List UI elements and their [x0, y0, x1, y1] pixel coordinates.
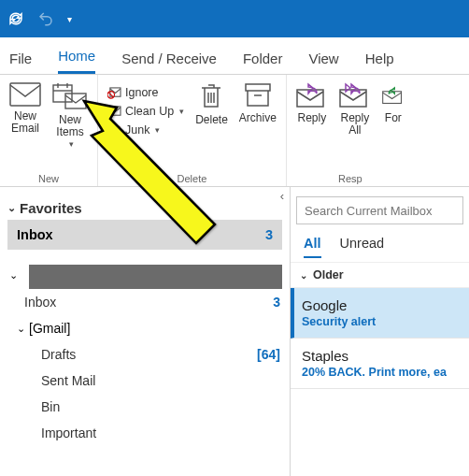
- ribbon-group-delete: Ignore Clean Up▾ Junk▾ Delete Archive: [98, 75, 287, 186]
- search-box[interactable]: [296, 196, 463, 224]
- ribbon-group-label: Delete: [104, 171, 280, 184]
- chevron-down-icon: ⌄: [300, 270, 307, 281]
- clean-up-button[interactable]: Clean Up▾: [104, 103, 188, 120]
- new-items-button[interactable]: New Items▾: [49, 80, 92, 151]
- ribbon-group-new: New Email New Items▾ New: [0, 75, 98, 186]
- mail-from: Google: [302, 297, 458, 313]
- chevron-down-icon: ⌄: [17, 323, 25, 335]
- svg-rect-17: [246, 84, 270, 91]
- trash-icon: [198, 82, 224, 110]
- archive-icon: [244, 82, 272, 108]
- reply-all-button[interactable]: Reply All: [335, 80, 375, 138]
- reply-button[interactable]: Reply: [292, 80, 332, 126]
- sync-icon[interactable]: [7, 10, 24, 27]
- ribbon-tabs: File Home Send / Receive Folder View Hel…: [0, 37, 469, 75]
- tree-inbox[interactable]: Inbox 3: [0, 289, 290, 315]
- tree-bin[interactable]: Bin: [0, 394, 290, 420]
- ribbon-group-respond: Reply Reply All For Resp: [287, 75, 414, 186]
- svg-rect-21: [383, 92, 402, 104]
- junk-icon: [107, 124, 121, 137]
- reply-icon: [296, 82, 328, 108]
- ribbon-group-label: Resp: [292, 171, 408, 184]
- qat-dropdown-icon[interactable]: ▾: [67, 14, 72, 24]
- tab-help[interactable]: Help: [365, 43, 394, 74]
- mail-item[interactable]: Staples 20% BACK. Print more, ea: [291, 339, 469, 389]
- calendar-envelope-icon: [52, 82, 88, 110]
- group-older[interactable]: ⌄ Older: [291, 262, 469, 288]
- favorites-inbox[interactable]: Inbox 3: [7, 220, 282, 250]
- ribbon-group-label: New: [6, 171, 92, 184]
- svg-rect-5: [65, 94, 86, 108]
- forward-icon: [382, 82, 405, 108]
- envelope-icon: [9, 82, 41, 107]
- collapse-nav-icon[interactable]: ‹: [280, 189, 284, 203]
- filter-all[interactable]: All: [304, 236, 321, 258]
- message-list: All Unread ⌄ Older Google Security alert…: [290, 187, 469, 476]
- tab-file[interactable]: File: [9, 43, 32, 74]
- account-header[interactable]: [29, 265, 282, 289]
- chevron-down-icon: ⌄: [7, 202, 16, 214]
- reply-all-icon: [339, 82, 371, 108]
- filter-unread[interactable]: Unread: [340, 236, 385, 258]
- tab-folder[interactable]: Folder: [243, 43, 283, 74]
- tab-view[interactable]: View: [308, 43, 338, 74]
- tab-home[interactable]: Home: [58, 40, 95, 74]
- delete-button[interactable]: Delete: [192, 80, 232, 128]
- archive-button[interactable]: Archive: [235, 80, 280, 126]
- mail-item[interactable]: Google Security alert: [291, 288, 469, 339]
- mail-from: Staples: [302, 348, 458, 364]
- tab-send-receive[interactable]: Send / Receive: [121, 43, 217, 74]
- junk-button[interactable]: Junk▾: [104, 122, 188, 138]
- favorites-header[interactable]: ⌄ Favorites: [7, 196, 282, 220]
- cleanup-icon: [107, 106, 121, 118]
- tree-sent[interactable]: Sent Mail: [0, 368, 290, 394]
- forward-button[interactable]: For: [378, 80, 408, 126]
- title-bar: ▾: [0, 0, 469, 37]
- ribbon: New Email New Items▾ New Ignore Clean Up…: [0, 75, 469, 187]
- tree-gmail[interactable]: ⌄ [Gmail]: [0, 315, 290, 341]
- folder-pane: ‹ ⌄ Favorites Inbox 3 ⌄ Inbox 3 ⌄ [Gmail…: [0, 187, 290, 476]
- undo-icon[interactable]: [37, 10, 54, 27]
- ignore-icon: [107, 87, 121, 99]
- chevron-down-icon[interactable]: ⌄: [0, 269, 21, 281]
- svg-rect-0: [10, 83, 40, 106]
- tree-important[interactable]: Important: [0, 420, 290, 446]
- mail-subject: Security alert: [302, 315, 458, 328]
- search-input[interactable]: [305, 204, 455, 218]
- new-email-button[interactable]: New Email: [6, 80, 45, 137]
- tree-drafts[interactable]: Drafts [64]: [0, 341, 290, 368]
- mail-subject: 20% BACK. Print more, ea: [302, 366, 458, 379]
- ignore-button[interactable]: Ignore: [104, 84, 188, 101]
